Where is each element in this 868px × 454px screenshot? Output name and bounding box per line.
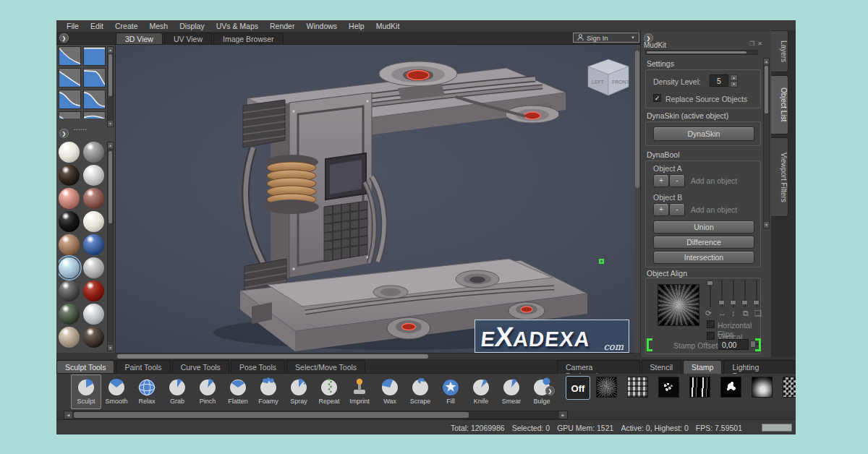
tool-smear[interactable]: Smear	[496, 374, 527, 409]
stamp-thumbnail-fabric-grid[interactable]	[627, 377, 648, 398]
material-sphere-9[interactable]	[83, 234, 104, 255]
object-b-remove-button[interactable]: -	[669, 203, 685, 216]
menu-create[interactable]: Create	[109, 22, 144, 30]
menu-render[interactable]: Render	[264, 22, 300, 30]
tab-pose-tools[interactable]: Pose Tools	[231, 360, 285, 373]
tab-image-browser[interactable]: Image Browser	[213, 33, 284, 44]
tool-flatten[interactable]: Flatten	[223, 374, 253, 409]
align-slider-1[interactable]	[707, 280, 713, 307]
tool-sculpt[interactable]: Sculpt	[71, 374, 101, 409]
falloff-curve-flat-bump[interactable]	[83, 111, 106, 119]
sidetab-object-list[interactable]: Object List	[771, 75, 788, 134]
stamp-thumbnail-noise-sphere[interactable]	[596, 377, 617, 398]
dynaskin-button[interactable]: DynaSkin	[653, 127, 754, 141]
material-sphere-15[interactable]	[83, 304, 104, 325]
tab-sculpt-tools[interactable]: Sculpt Tools	[56, 360, 114, 373]
tool-scrape[interactable]: Scrape	[405, 374, 435, 409]
duplicate-stamp-icon[interactable]: ❏	[754, 309, 762, 318]
status-button[interactable]	[762, 424, 792, 432]
density-level-stepper[interactable]: ▲ ▼	[730, 74, 738, 87]
scrollbar-thumb[interactable]	[117, 354, 428, 359]
material-sphere-3[interactable]	[83, 165, 104, 186]
material-sphere-10[interactable]	[59, 257, 80, 278]
material-sphere-8[interactable]	[59, 234, 80, 255]
stamp-thumbnail-scatter-marks[interactable]	[658, 377, 679, 398]
tool-wax[interactable]: Wax	[375, 374, 405, 409]
menu-mesh[interactable]: Mesh	[144, 22, 174, 30]
falloff-curve-constant[interactable]	[83, 46, 106, 66]
intersection-button[interactable]: Intersection	[653, 251, 754, 264]
tool-grab[interactable]: Grab	[162, 374, 192, 409]
sign-in-button[interactable]: Sign In ▼	[573, 33, 639, 43]
density-level-field[interactable]: 5	[710, 74, 728, 87]
scroll-right-icon[interactable]: ▶	[559, 411, 567, 419]
tool-repeat[interactable]: Repeat	[314, 374, 344, 409]
scroll-up-icon[interactable]: ▲	[764, 59, 769, 64]
scrollbar-thumb[interactable]	[635, 51, 639, 188]
stamp-preview[interactable]	[658, 284, 699, 326]
menu-display[interactable]: Display	[174, 22, 210, 30]
material-sphere-12[interactable]	[59, 280, 80, 301]
object-a-remove-button[interactable]: -	[669, 174, 685, 187]
stamp-off-button[interactable]: Off	[566, 376, 590, 400]
tool-imprint[interactable]: Imprint	[344, 374, 375, 409]
flip-horizontal-icon[interactable]: ↔	[718, 309, 726, 317]
falloff-curve-exp-decay[interactable]	[59, 46, 81, 66]
menu-help[interactable]: Help	[343, 22, 370, 30]
falloff-curve-plateau-drop[interactable]	[83, 68, 106, 87]
tab-3d-view[interactable]: 3D View	[116, 33, 163, 44]
spin-up-icon[interactable]: ▲	[730, 74, 738, 81]
material-sphere-11[interactable]	[83, 257, 104, 278]
expand-falloff-icon[interactable]: ❯	[59, 129, 69, 138]
material-sphere-2[interactable]	[59, 165, 80, 186]
stamp-thumbnail-splatter[interactable]	[720, 377, 741, 398]
align-slider-3[interactable]	[730, 280, 736, 307]
tool-spray[interactable]: Spray	[284, 374, 314, 409]
falloff-curve-smooth-step-down[interactable]	[83, 90, 106, 109]
object-a-add-button[interactable]: +	[653, 174, 669, 187]
vertical-flips-checkbox[interactable]	[707, 332, 715, 340]
stamp-thumbnail-soft-blob[interactable]	[752, 377, 773, 398]
tab-select-move-tools[interactable]: Select/Move Tools	[286, 360, 365, 373]
panel-handle-dots[interactable]: ••••••	[74, 127, 88, 132]
flip-vertical-icon[interactable]: ↕	[731, 309, 736, 317]
expand-stamp-tray-icon[interactable]: ❯	[545, 386, 555, 395]
tab-curve-tools[interactable]: Curve Tools	[172, 360, 229, 373]
panel-hscrollbar[interactable]	[645, 50, 758, 55]
replace-source-checkbox[interactable]: ✓	[653, 94, 661, 102]
falloff-curve-linear-decay[interactable]	[59, 68, 81, 87]
align-slider-5[interactable]	[753, 280, 760, 307]
falloff-curve-s-curve[interactable]	[59, 90, 81, 109]
spin-down-icon[interactable]: ▼	[730, 81, 738, 87]
scrollbar-thumb[interactable]	[74, 412, 469, 418]
sidetab-viewport-filters[interactable]: Viewport Filters	[771, 137, 788, 217]
edit-stamp-icon[interactable]: ⧉	[743, 309, 749, 318]
horizontal-flips-checkbox[interactable]	[707, 320, 715, 328]
menu-windows[interactable]: Windows	[300, 22, 343, 30]
stamp-offset-field[interactable]: 0,00	[718, 339, 749, 350]
scrollbar-thumb[interactable]	[647, 51, 746, 53]
panel-float-icon[interactable]: ❐	[749, 40, 754, 47]
material-sphere-4[interactable]	[59, 188, 80, 209]
menu-file[interactable]: File	[61, 22, 85, 30]
material-sphere-7[interactable]	[83, 211, 104, 232]
difference-button[interactable]: Difference	[653, 236, 754, 249]
material-scrollbar[interactable]: ▲ ▼	[107, 142, 114, 351]
falloff-curve-flat-low[interactable]	[59, 111, 81, 119]
panel-close-icon[interactable]: ✕	[757, 40, 762, 47]
material-sphere-6[interactable]	[59, 211, 80, 232]
scroll-down-icon[interactable]: ▼	[108, 345, 113, 351]
tool-knife[interactable]: Knife	[466, 374, 496, 409]
scroll-left-icon[interactable]: ◀	[64, 411, 72, 419]
falloff-scrollbar[interactable]: ▲ ▼	[107, 46, 114, 127]
viewport-hscrollbar[interactable]	[116, 353, 634, 359]
menu-edit[interactable]: Edit	[85, 22, 109, 30]
tool-fill[interactable]: Fill	[435, 374, 466, 409]
material-sphere-0[interactable]	[59, 142, 80, 163]
scroll-up-icon[interactable]: ▲	[108, 47, 113, 53]
stamp-thumbnail-vertical-streaks[interactable]	[689, 377, 710, 398]
panel-vscrollbar[interactable]: ▲ ▼	[763, 58, 770, 228]
tray-hscrollbar[interactable]: ◀ ▶	[64, 411, 568, 419]
material-sphere-14[interactable]	[59, 304, 80, 325]
object-b-add-button[interactable]: +	[653, 203, 669, 216]
